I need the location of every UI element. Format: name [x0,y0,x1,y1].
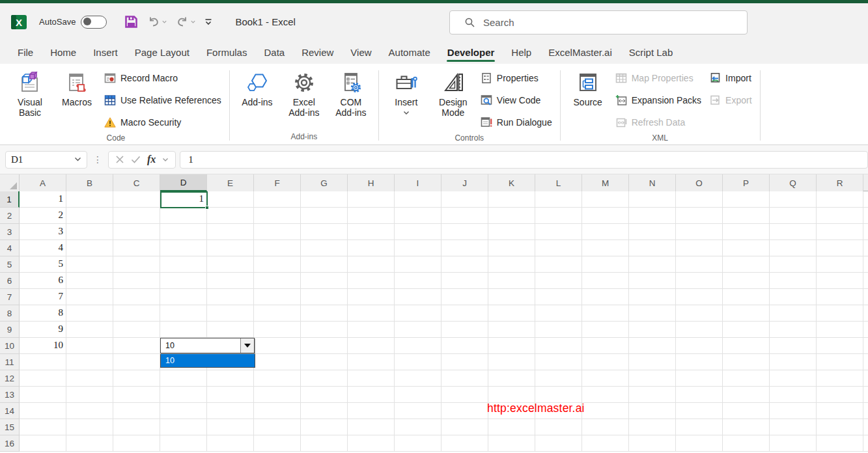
cell-Q7[interactable] [770,289,817,305]
row-header-14[interactable]: 14 [0,403,20,419]
formula-input[interactable]: 1 [180,151,868,169]
cell-N9[interactable] [629,322,676,338]
cell-R6[interactable] [817,273,863,289]
cell-A1[interactable]: 1 [20,191,66,208]
cell-O12[interactable] [676,370,723,387]
cell-B1[interactable] [66,191,113,208]
design-mode-button[interactable]: Design Mode [431,69,475,120]
cell-L7[interactable] [535,289,582,305]
cell-L1[interactable] [535,191,582,208]
cell-E3[interactable] [207,224,254,240]
column-header-Q[interactable]: Q [770,174,817,191]
cell-A15[interactable] [20,419,66,435]
cell-H4[interactable] [348,240,395,256]
cell-B8[interactable] [66,305,113,322]
cell-R2[interactable] [817,208,863,224]
cell-C15[interactable] [113,419,160,435]
cell-A11[interactable] [20,354,66,370]
cell-M7[interactable] [582,289,629,305]
row-header-1[interactable]: 1 [0,191,20,208]
cell-O2[interactable] [676,208,723,224]
row-header-8[interactable]: 8 [0,305,20,322]
cell-C9[interactable] [113,322,160,338]
cell-R9[interactable] [817,322,863,338]
cell-I11[interactable] [395,354,441,370]
enter-check-icon[interactable] [131,156,141,163]
cell-E9[interactable] [207,322,254,338]
expansion-packs-button[interactable]: Expansion Packs [613,92,704,108]
cell-M11[interactable] [582,354,629,370]
cell-Q12[interactable] [770,370,817,387]
cell-R4[interactable] [817,240,863,256]
cell-I13[interactable] [395,387,441,403]
cell-Q8[interactable] [770,305,817,322]
cell-F12[interactable] [254,370,301,387]
cell-C16[interactable] [113,435,160,452]
source-button[interactable]: Source [566,69,610,110]
cell-F13[interactable] [254,387,301,403]
cell-L6[interactable] [535,273,582,289]
macro-security-button[interactable]: Macro Security [102,115,224,130]
cell-I15[interactable] [395,419,441,435]
cell-L11[interactable] [535,354,582,370]
combobox-dropdown-button[interactable] [240,338,254,353]
cell-N4[interactable] [629,240,676,256]
cell-R16[interactable] [817,435,863,452]
cell-G13[interactable] [301,387,348,403]
formula-bar-grip[interactable]: ⋮ [91,154,104,165]
cell-H1[interactable] [348,191,395,208]
chevron-down-icon[interactable] [162,158,169,162]
autosave-toggle[interactable] [81,16,107,29]
cell-B16[interactable] [66,435,113,452]
tab-file[interactable]: File [9,42,42,64]
cell-D13[interactable] [160,387,207,403]
excel-add-ins-button[interactable]: Excel Add-ins [282,69,326,120]
cell-A10[interactable]: 10 [20,338,66,354]
cell-O3[interactable] [676,224,723,240]
cell-O6[interactable] [676,273,723,289]
cell-B4[interactable] [66,240,113,256]
cell-G5[interactable] [301,256,348,273]
cell-F1[interactable] [254,191,301,208]
cell-N12[interactable] [629,370,676,387]
cell-H9[interactable] [348,322,395,338]
map-properties-button[interactable]: Map Properties [613,70,704,86]
cell-E13[interactable] [207,387,254,403]
cell-Q11[interactable] [770,354,817,370]
cell-P9[interactable] [723,322,770,338]
customize-quick-access-button[interactable] [201,15,216,29]
cell-E1[interactable] [207,191,254,208]
cell-H11[interactable] [348,354,395,370]
cell-A3[interactable]: 3 [20,224,66,240]
cell-H13[interactable] [348,387,395,403]
cell-P14[interactable] [723,403,770,419]
cell-D9[interactable] [160,322,207,338]
cell-C3[interactable] [113,224,160,240]
cell-L12[interactable] [535,370,582,387]
cell-N6[interactable] [629,273,676,289]
cell-O15[interactable] [676,419,723,435]
cell-K2[interactable] [488,208,535,224]
cell-G2[interactable] [301,208,348,224]
cell-A13[interactable] [20,387,66,403]
cell-J12[interactable] [441,370,488,387]
save-button[interactable] [121,12,141,32]
cell-B3[interactable] [66,224,113,240]
cell-M15[interactable] [582,419,629,435]
cell-F2[interactable] [254,208,301,224]
tab-insert[interactable]: Insert [85,42,126,64]
cell-B12[interactable] [66,370,113,387]
cell-Q2[interactable] [770,208,817,224]
cell-A4[interactable]: 4 [20,240,66,256]
cell-I16[interactable] [395,435,441,452]
select-all-corner[interactable] [0,174,20,191]
cell-Q6[interactable] [770,273,817,289]
cell-E7[interactable] [207,289,254,305]
cell-J10[interactable] [441,338,488,354]
cell-C13[interactable] [113,387,160,403]
cell-H6[interactable] [348,273,395,289]
tab-review[interactable]: Review [293,42,342,64]
cell-F9[interactable] [254,322,301,338]
cell-O10[interactable] [676,338,723,354]
cell-P16[interactable] [723,435,770,452]
